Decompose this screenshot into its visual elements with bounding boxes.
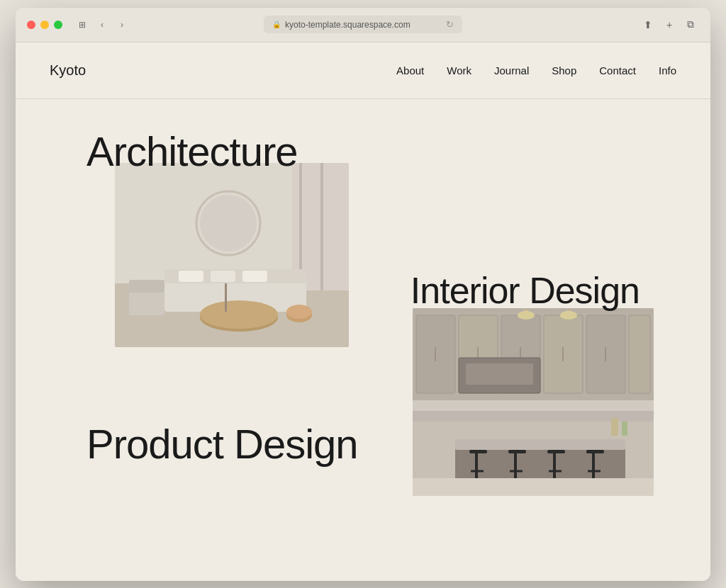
svg-rect-12 [242, 271, 267, 282]
nav-about[interactable]: About [396, 64, 424, 77]
titlebar-right-controls: ⬆ + ⧉ [640, 16, 699, 33]
nav-journal[interactable]: Journal [494, 64, 529, 77]
interior-design-image[interactable] [413, 308, 654, 496]
share-button[interactable]: ⬆ [640, 16, 657, 33]
url-bar[interactable]: 🔒 kyoto-template.squarespace.com ↻ [264, 16, 462, 33]
nav-info[interactable]: Info [659, 64, 676, 77]
sidebar-toggle-button[interactable]: ⊞ [74, 16, 91, 33]
interior-design-label[interactable]: Interior Design [411, 269, 640, 312]
nav-work[interactable]: Work [447, 64, 471, 77]
main-content: Architecture [16, 99, 710, 581]
architecture-image[interactable] [115, 163, 349, 347]
svg-rect-58 [622, 422, 627, 436]
svg-rect-59 [413, 478, 654, 496]
portfolio-grid: Architecture [72, 128, 654, 538]
site-header: Kyoto About Work Journal Shop Contact In… [16, 43, 710, 99]
svg-point-40 [560, 311, 577, 320]
traffic-lights [27, 21, 62, 29]
svg-rect-48 [508, 450, 526, 453]
svg-point-39 [518, 311, 535, 320]
svg-rect-34 [466, 363, 533, 385]
svg-rect-54 [586, 450, 604, 453]
new-tab-button[interactable]: + [661, 16, 678, 33]
svg-rect-51 [547, 450, 565, 453]
close-button[interactable] [27, 21, 35, 29]
site-logo[interactable]: Kyoto [50, 62, 86, 79]
svg-rect-17 [225, 283, 227, 312]
svg-rect-27 [629, 315, 650, 393]
site-nav: About Work Journal Shop Contact Info [396, 64, 676, 77]
back-button[interactable]: ‹ [94, 16, 111, 33]
architecture-label[interactable]: Architecture [86, 128, 297, 175]
maximize-button[interactable] [54, 21, 62, 29]
svg-rect-10 [179, 271, 203, 282]
lock-icon: 🔒 [272, 21, 281, 28]
forward-button[interactable]: › [113, 16, 130, 33]
svg-rect-45 [469, 450, 487, 453]
svg-point-7 [200, 195, 257, 251]
svg-point-14 [200, 300, 278, 329]
svg-rect-19 [129, 280, 164, 293]
tabs-button[interactable]: ⧉ [682, 16, 699, 33]
svg-rect-49 [514, 453, 517, 478]
website-content: Kyoto About Work Journal Shop Contact In… [16, 43, 710, 581]
svg-rect-5 [320, 163, 323, 290]
svg-rect-46 [475, 453, 478, 478]
minimize-button[interactable] [40, 21, 49, 29]
svg-rect-11 [211, 271, 235, 282]
svg-rect-44 [455, 439, 625, 450]
svg-rect-55 [592, 453, 595, 478]
browser-window: ⊞ ‹ › 🔒 kyoto-template.squarespace.com ↻… [16, 8, 710, 581]
nav-contact[interactable]: Contact [599, 64, 636, 77]
url-text: kyoto-template.squarespace.com [285, 20, 411, 30]
nav-controls: ⊞ ‹ › [74, 16, 130, 33]
svg-rect-52 [553, 453, 556, 478]
nav-shop[interactable]: Shop [552, 64, 576, 77]
titlebar: ⊞ ‹ › 🔒 kyoto-template.squarespace.com ↻… [16, 8, 710, 43]
reload-icon[interactable]: ↻ [446, 19, 454, 30]
svg-point-16 [286, 305, 312, 319]
svg-rect-57 [611, 418, 618, 436]
product-design-label[interactable]: Product Design [86, 420, 358, 468]
